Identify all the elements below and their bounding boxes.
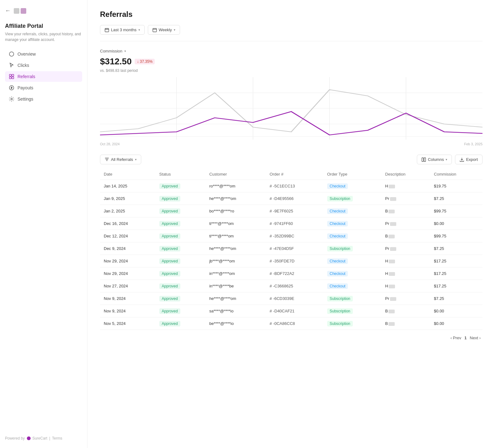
cell-order: # -0CA86CC8: [266, 317, 323, 330]
desc-blur: [388, 322, 395, 326]
cell-order: # -6CD3039E: [266, 292, 323, 305]
cell-order-type: Subscription: [323, 317, 382, 330]
cell-customer: ti****@****om: [206, 230, 266, 242]
cell-description: H: [382, 180, 430, 192]
cell-commission: $17.25: [430, 280, 482, 292]
cell-description: H: [382, 267, 430, 280]
cell-date: Dec 12, 2024: [100, 230, 156, 242]
cell-date: Jan 9, 2025: [100, 192, 156, 205]
sidebar-item-settings[interactable]: Settings: [5, 94, 82, 104]
main-content: Referrals Last 3 months ▾ Weekly ▾ Commi…: [88, 0, 495, 448]
date-range-filter[interactable]: Last 3 months ▾: [100, 25, 145, 35]
columns-button[interactable]: Columns ▾: [417, 155, 452, 164]
metric-label-btn[interactable]: Commission ▾: [100, 49, 482, 53]
table-row: Nov 5, 2024 Approved be****@****io # -0C…: [100, 317, 482, 330]
sidebar-item-referrals[interactable]: Referrals: [5, 71, 82, 82]
frequency-filter[interactable]: Weekly ▾: [148, 25, 180, 35]
sidebar-item-payouts[interactable]: Payouts: [5, 82, 82, 93]
status-badge: Approved: [159, 183, 180, 189]
status-badge: Approved: [159, 321, 180, 326]
all-referrals-filter[interactable]: All Referrals ▾: [100, 155, 141, 164]
cell-order: # -BDF722A2: [266, 267, 323, 280]
sidebar-item-overview[interactable]: Overview: [5, 49, 82, 59]
columns-chevron-icon: ▾: [446, 158, 447, 161]
cell-date: Jan 14, 2025: [100, 180, 156, 192]
svg-rect-3: [9, 77, 11, 79]
metric-label-text: Commission: [100, 49, 122, 53]
next-page-link[interactable]: Next ›: [468, 335, 482, 341]
cell-date: Dec 9, 2024: [100, 242, 156, 255]
cell-customer: he****@****om: [206, 192, 266, 205]
order-type-badge: Subscription: [327, 308, 353, 314]
cell-status: Approved: [156, 267, 206, 280]
cell-commission: $17.25: [430, 255, 482, 267]
footer-terms-link[interactable]: Terms: [52, 436, 62, 441]
cell-description: B: [382, 305, 430, 317]
cell-commission: $0.00: [430, 217, 482, 230]
cell-order: # -350FDE7D: [266, 255, 323, 267]
prev-page-link[interactable]: ‹ Prev: [448, 335, 463, 341]
desc-blur: [388, 235, 395, 238]
cell-commission: $17.25: [430, 267, 482, 280]
frequency-icon: [152, 28, 157, 32]
cell-date: Jan 2, 2025: [100, 205, 156, 217]
footer-brand: SureCart: [32, 436, 47, 441]
order-type-badge: Subscription: [327, 296, 353, 301]
status-badge: Approved: [159, 258, 180, 264]
cell-customer: ro****@****om: [206, 180, 266, 192]
export-button[interactable]: Export: [455, 155, 482, 164]
nav-label-clicks: Clicks: [18, 63, 29, 68]
cell-date: Nov 29, 2024: [100, 255, 156, 267]
svg-rect-9: [153, 28, 157, 32]
col-order-type[interactable]: Order Type: [323, 169, 382, 180]
cell-description: H: [382, 255, 430, 267]
cell-order-type: Subscription: [323, 292, 382, 305]
filters-bar: Last 3 months ▾ Weekly ▾: [100, 25, 482, 41]
metric-chevron-icon: ▾: [124, 49, 126, 53]
cell-status: Approved: [156, 217, 206, 230]
status-badge: Approved: [159, 271, 180, 276]
cell-description: Pr: [382, 242, 430, 255]
cell-status: Approved: [156, 242, 206, 255]
status-badge: Approved: [159, 196, 180, 202]
status-badge: Approved: [159, 208, 180, 214]
cell-customer: jb****@****om: [206, 255, 266, 267]
filter-icon: [105, 157, 109, 162]
brand-description: View your referrals, clicks, payout hist…: [5, 31, 82, 42]
order-type-badge: Subscription: [327, 196, 353, 202]
order-type-badge: Subscription: [327, 321, 353, 326]
svg-rect-8: [105, 28, 109, 32]
desc-blur: [388, 210, 395, 213]
columns-icon: [422, 157, 426, 162]
back-button[interactable]: ←: [5, 7, 11, 14]
cell-order-type: Checkout: [323, 230, 382, 242]
chevron-down-icon-freq: ▾: [174, 28, 175, 32]
cell-customer: bo****@****ro: [206, 205, 266, 217]
status-badge: Approved: [159, 308, 180, 314]
cell-customer: be****@****io: [206, 317, 266, 330]
cell-status: Approved: [156, 305, 206, 317]
cursor-icon: [9, 62, 14, 68]
sidebar-item-clicks[interactable]: Clicks: [5, 60, 82, 71]
status-badge: Approved: [159, 283, 180, 289]
nav-label-payouts: Payouts: [18, 85, 33, 90]
nav-label-settings: Settings: [18, 97, 33, 102]
cell-description: B: [382, 317, 430, 330]
order-type-badge: Checkout: [327, 283, 348, 289]
brand-title: Affiliate Portal: [5, 23, 82, 29]
order-type-badge: Checkout: [327, 271, 348, 276]
svg-point-7: [27, 436, 31, 440]
status-badge: Approved: [159, 221, 180, 226]
cell-order-type: Checkout: [323, 280, 382, 292]
cell-order-type: Checkout: [323, 255, 382, 267]
cell-status: Approved: [156, 255, 206, 267]
desc-blur: [389, 272, 395, 276]
cell-status: Approved: [156, 280, 206, 292]
footer-powered-text: Powered by: [5, 436, 25, 441]
cell-order-type: Checkout: [323, 267, 382, 280]
dollar-icon: [9, 85, 14, 91]
desc-blur: [390, 222, 396, 226]
current-page: 1: [464, 336, 467, 340]
desc-blur: [390, 297, 396, 301]
cell-commission: $7.25: [430, 192, 482, 205]
